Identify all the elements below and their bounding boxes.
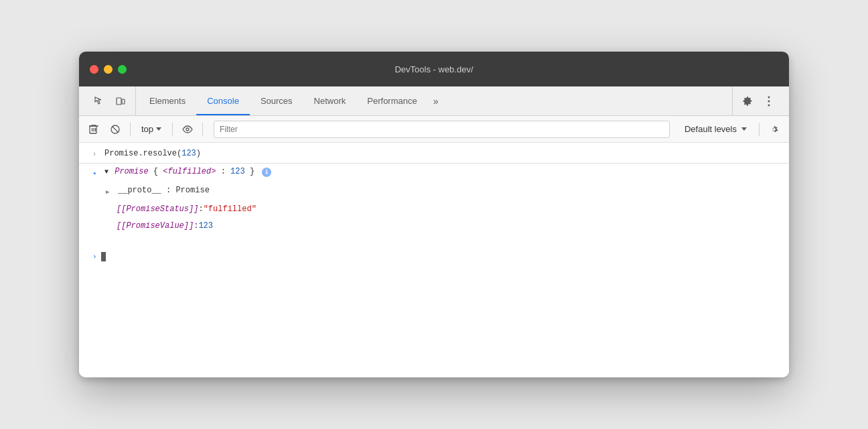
svg-rect-0 (117, 98, 121, 105)
console-value-line: [[PromiseValue]] : 123 (79, 218, 789, 235)
tab-elements[interactable]: Elements (139, 86, 196, 115)
toolbar-divider-4 (759, 123, 760, 136)
traffic-lights (90, 65, 127, 74)
device-toolbar-button[interactable] (111, 92, 130, 111)
console-toolbar: top Default levels (79, 116, 789, 143)
toolbar-divider-3 (202, 123, 203, 136)
console-status-line: [[PromiseStatus]] : "fulfilled" (79, 201, 789, 218)
context-selector[interactable]: top (136, 121, 167, 137)
info-badge[interactable]: i (262, 168, 271, 177)
svg-point-3 (768, 100, 770, 102)
tab-bar: Elements Console Sources Network Perform… (79, 86, 789, 116)
console-arrow-2[interactable]: ◂ (92, 166, 102, 180)
console-content: › Promise.resolve(123) ◂ ▼ Promise { <fu… (79, 143, 789, 377)
spacer (79, 235, 789, 248)
tab-performance[interactable]: Performance (356, 86, 427, 115)
tab-bar-right (732, 86, 784, 115)
svg-point-2 (768, 96, 770, 98)
filter-input[interactable] (220, 125, 664, 134)
tab-more-button[interactable]: » (428, 86, 444, 115)
call-text: Promise.resolve(123) (104, 147, 201, 160)
window-title: DevTools - web.dev/ (394, 64, 473, 74)
devtools-icons (84, 86, 136, 115)
console-promise-line: ◂ ▼ Promise { <fulfilled> : 123 } i (79, 164, 789, 182)
input-arrow: › (92, 253, 97, 261)
tab-console[interactable]: Console (196, 86, 250, 115)
toolbar-divider-2 (172, 123, 173, 136)
console-proto-line: ▶ __proto__ : Promise (79, 182, 789, 201)
devtools-more-button[interactable] (760, 92, 778, 111)
maximize-button[interactable] (118, 65, 127, 74)
filter-container (214, 121, 670, 138)
console-call-line: › Promise.resolve(123) (79, 145, 789, 164)
console-input-cursor[interactable] (101, 252, 106, 261)
svg-point-4 (768, 104, 770, 106)
console-settings-button[interactable] (765, 120, 784, 139)
svg-point-12 (186, 128, 189, 131)
close-button[interactable] (90, 65, 98, 74)
tab-network[interactable]: Network (303, 86, 357, 115)
promise-object: ▼ Promise { <fulfilled> : 123 } i (104, 166, 271, 178)
levels-button[interactable]: Default levels (678, 121, 753, 137)
proto-arrow[interactable]: ▶ (106, 184, 115, 198)
block-requests-button[interactable] (106, 120, 125, 139)
clear-console-button[interactable] (84, 120, 103, 139)
console-input-line: › (79, 248, 789, 265)
status-value: "fulfilled" (204, 203, 257, 215)
toolbar-divider-1 (130, 123, 131, 136)
svg-rect-1 (122, 99, 125, 104)
eye-button[interactable] (178, 120, 197, 139)
tab-items: Elements Console Sources Network Perform… (139, 86, 732, 115)
devtools-window: DevTools - web.dev/ Elements Console (79, 52, 789, 377)
value-key: [[PromiseValue]] (117, 220, 194, 232)
proto-text: __proto__ : Promise (118, 184, 210, 196)
svg-line-11 (113, 126, 119, 132)
console-arrow-1[interactable]: › (92, 147, 102, 161)
status-key: [[PromiseStatus]] (117, 203, 198, 215)
expand-arrow[interactable]: ▼ (104, 168, 108, 176)
value-value: 123 (198, 220, 213, 232)
inspect-element-button[interactable] (90, 92, 108, 111)
minimize-button[interactable] (104, 65, 113, 74)
tab-sources[interactable]: Sources (250, 86, 303, 115)
devtools-settings-button[interactable] (738, 92, 757, 111)
title-bar: DevTools - web.dev/ (79, 52, 789, 86)
